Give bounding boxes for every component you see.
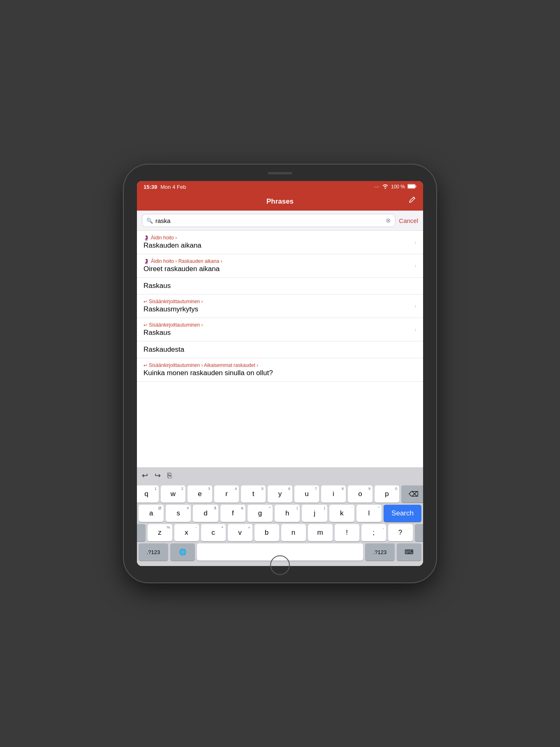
key-p[interactable]: 0p bbox=[375, 485, 399, 503]
edit-button[interactable] bbox=[408, 197, 417, 207]
device-frame: 15:39 Mon 4 Feb ···· 100 % bbox=[124, 165, 436, 582]
result-content: 🤰 Äidin hoito › Raskauden aikana bbox=[143, 235, 414, 250]
arrow-icon: ↩ bbox=[143, 299, 147, 304]
keyboard-hide-key[interactable]: ⌨ bbox=[397, 543, 421, 561]
key-s[interactable]: #s bbox=[166, 505, 191, 522]
key-f[interactable]: &f bbox=[220, 505, 245, 522]
results-list: 🤰 Äidin hoito › Raskauden aikana › 🤰 Äid… bbox=[137, 231, 423, 467]
numbers-key-right[interactable]: .?123 bbox=[365, 543, 395, 561]
result-breadcrumb: ↩ Sisäänkirjoittautuminen › bbox=[143, 322, 414, 328]
space-key[interactable] bbox=[197, 543, 363, 561]
key-z[interactable]: %z bbox=[148, 524, 172, 541]
redo-button[interactable]: ↪ bbox=[155, 471, 161, 480]
chevron-icon: › bbox=[414, 303, 417, 309]
result-content: 🤰 Äidin hoito › Raskauden aikana › Oiree… bbox=[143, 258, 414, 273]
result-content: Raskaus bbox=[143, 282, 417, 290]
nav-bar: Phrases bbox=[137, 193, 423, 211]
key-b[interactable]: b bbox=[255, 524, 279, 541]
result-title: Kuinka monen raskauden sinulla on ollut? bbox=[143, 369, 417, 377]
result-breadcrumb: ↩ Sisäänkirjoittautuminen › Aikaisemmat … bbox=[143, 362, 417, 368]
key-t[interactable]: 5t bbox=[241, 485, 266, 503]
result-item[interactable]: 🤰 Äidin hoito › Raskauden aikana › Oiree… bbox=[137, 254, 423, 278]
result-title: Raskauden aikana bbox=[143, 241, 414, 250]
result-content: ↩ Sisäänkirjoittautuminen › Aikaisemmat … bbox=[143, 362, 417, 377]
key-row-2: @a #s $d &f *g (h )j 'k "l Search bbox=[139, 505, 421, 522]
chevron-icon: › bbox=[414, 239, 417, 246]
shift-key-right[interactable]: ⇧ bbox=[415, 524, 423, 541]
result-content: Raskaudesta bbox=[143, 346, 417, 354]
key-y[interactable]: 6y bbox=[268, 485, 292, 503]
result-item[interactable]: ↩ Sisäänkirjoittautuminen › Aikaisemmat … bbox=[137, 358, 423, 382]
key-r[interactable]: 4r bbox=[214, 485, 239, 503]
result-item[interactable]: Raskaudesta bbox=[137, 341, 423, 358]
result-title: Raskausmyrkytys bbox=[143, 305, 414, 313]
key-u[interactable]: 7u bbox=[294, 485, 319, 503]
key-g[interactable]: *g bbox=[248, 505, 273, 522]
svg-rect-1 bbox=[408, 185, 415, 188]
person-icon: 🤰 bbox=[143, 235, 149, 241]
result-title: Raskaus bbox=[143, 282, 417, 290]
globe-key[interactable]: 🌐 bbox=[170, 543, 195, 561]
status-date: Mon 4 Feb bbox=[160, 184, 186, 190]
screen: 15:39 Mon 4 Feb ···· 100 % bbox=[137, 181, 423, 566]
key-v[interactable]: =v bbox=[228, 524, 252, 541]
result-title: Raskaus bbox=[143, 329, 414, 337]
signal-icon: ···· bbox=[374, 184, 380, 190]
search-key[interactable]: Search bbox=[384, 505, 421, 522]
chevron-icon: › bbox=[414, 262, 417, 269]
result-content: ↩ Sisäänkirjoittautuminen › Raskaus bbox=[143, 322, 414, 337]
wifi-icon bbox=[382, 184, 389, 190]
breadcrumb-text: Äidin hoito › bbox=[151, 235, 177, 241]
key-q[interactable]: 1q bbox=[137, 485, 159, 503]
search-input-wrapper[interactable]: 🔍 ⊗ bbox=[142, 214, 396, 227]
status-right: ···· 100 % bbox=[374, 184, 417, 190]
result-breadcrumb: 🤰 Äidin hoito › Raskauden aikana › bbox=[143, 258, 414, 264]
key-m[interactable]: m bbox=[308, 524, 333, 541]
person-icon: 🤰 bbox=[143, 259, 149, 264]
key-question[interactable]: .? bbox=[388, 524, 413, 541]
result-title: Oireet raskauden aikana bbox=[143, 265, 414, 273]
key-e[interactable]: 3e bbox=[187, 485, 212, 503]
key-comma[interactable]: ,; bbox=[361, 524, 386, 541]
key-w[interactable]: 2w bbox=[161, 485, 185, 503]
paste-button[interactable]: ⎘ bbox=[167, 471, 172, 480]
keyboard-toolbar: ↩ ↪ ⎘ bbox=[137, 467, 423, 484]
key-row-1: 1q 2w 3e 4r 5t 6y 7u 8i 9o 0p ⌫ bbox=[139, 485, 421, 503]
key-x[interactable]: -x bbox=[174, 524, 199, 541]
result-breadcrumb: 🤰 Äidin hoito › bbox=[143, 235, 414, 241]
result-content: ↩ Sisäänkirjoittautuminen › Raskausmyrky… bbox=[143, 299, 414, 313]
key-j[interactable]: )j bbox=[302, 505, 327, 522]
result-item[interactable]: Raskaus bbox=[137, 278, 423, 295]
breadcrumb-text: Sisäänkirjoittautuminen › bbox=[149, 299, 203, 304]
status-bar: 15:39 Mon 4 Feb ···· 100 % bbox=[137, 181, 423, 193]
battery-label: 100 % bbox=[391, 184, 405, 190]
key-o[interactable]: 9o bbox=[348, 485, 373, 503]
numbers-key-left[interactable]: .?123 bbox=[139, 543, 168, 561]
key-d[interactable]: $d bbox=[193, 505, 218, 522]
breadcrumb-text: Sisäänkirjoittautuminen › bbox=[149, 322, 203, 328]
result-title: Raskaudesta bbox=[143, 346, 417, 354]
arrow-icon: ↩ bbox=[143, 322, 147, 328]
key-excl[interactable]: ! bbox=[335, 524, 359, 541]
key-a[interactable]: @a bbox=[139, 505, 164, 522]
shift-key-left[interactable]: ⇧ bbox=[137, 524, 146, 541]
cancel-button[interactable]: Cancel bbox=[399, 217, 418, 224]
key-c[interactable]: +c bbox=[201, 524, 226, 541]
key-k[interactable]: 'k bbox=[329, 505, 354, 522]
battery-icon bbox=[407, 184, 417, 190]
search-input[interactable] bbox=[155, 217, 383, 224]
result-breadcrumb: ↩ Sisäänkirjoittautuminen › bbox=[143, 299, 414, 304]
clear-button[interactable]: ⊗ bbox=[386, 217, 391, 224]
key-h[interactable]: (h bbox=[275, 505, 300, 522]
undo-button[interactable]: ↩ bbox=[142, 471, 148, 480]
status-time: 15:39 bbox=[143, 184, 157, 190]
breadcrumb-text: Äidin hoito › Raskauden aikana › bbox=[151, 258, 222, 264]
result-item[interactable]: 🤰 Äidin hoito › Raskauden aikana › bbox=[137, 231, 423, 254]
key-i[interactable]: 8i bbox=[321, 485, 346, 503]
delete-key[interactable]: ⌫ bbox=[401, 485, 423, 503]
key-l[interactable]: "l bbox=[356, 505, 382, 522]
result-item[interactable]: ↩ Sisäänkirjoittautuminen › Raskaus › bbox=[137, 318, 423, 341]
key-n[interactable]: n bbox=[281, 524, 306, 541]
result-item[interactable]: ↩ Sisäänkirjoittautuminen › Raskausmyrky… bbox=[137, 295, 423, 318]
keyboard: 1q 2w 3e 4r 5t 6y 7u 8i 9o 0p ⌫ @a #s $d… bbox=[137, 484, 423, 566]
